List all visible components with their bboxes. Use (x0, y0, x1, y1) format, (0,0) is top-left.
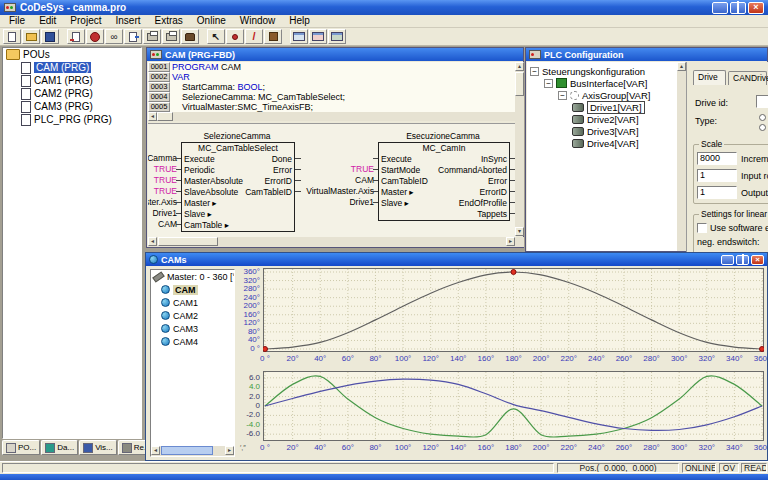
toolbar-load-download-button[interactable] (67, 29, 85, 44)
cam-list-item-cam4[interactable]: CAM4 (151, 335, 234, 348)
scroll-down-icon[interactable]: ▾ (515, 227, 524, 236)
scroll-thumb[interactable] (161, 446, 213, 455)
menu-window[interactable]: Window (233, 15, 283, 27)
toolbar-new-file-button[interactable] (3, 29, 21, 44)
toolbar-import-page-button[interactable] (124, 29, 142, 44)
type-radio-2[interactable] (759, 124, 766, 131)
plc-node-drive2[interactable]: Drive2[VAR] (527, 113, 677, 125)
plc-node-drive4[interactable]: Drive4[VAR] (527, 137, 677, 149)
toolbar-open-file-button[interactable] (22, 29, 40, 44)
scroll-thumb[interactable] (158, 237, 218, 246)
pou-root-folder[interactable]: POUs (3, 48, 141, 61)
plc-node-axisgroup[interactable]: −AxisGroup[VAR] (527, 89, 677, 101)
code-line[interactable]: 0004 SelezioneCamma: MC_CamTableSelect; (148, 92, 515, 102)
code-line[interactable]: 0002VAR (148, 72, 515, 82)
code-line[interactable]: 0005 VirtualMaster:SMC_TimeAxisFB; (148, 102, 515, 112)
cam-list-item-cam2[interactable]: CAM2 (151, 309, 234, 322)
pou-item-cam3[interactable]: CAM3 (PRG) (3, 100, 141, 113)
title-bar[interactable]: CoDeSys - camma.pro × (0, 0, 768, 15)
cams-window-titlebar[interactable]: CAMs × (146, 253, 767, 266)
pou-item-plc_prg[interactable]: PLC_PRG (PRG) (3, 113, 141, 126)
scroll-left-icon[interactable]: ◂ (148, 237, 157, 246)
menu-edit[interactable]: Edit (32, 15, 63, 27)
cam-position-chart[interactable] (263, 268, 764, 352)
fbd-horizontal-scrollbar[interactable]: ◂ ▸ (148, 237, 515, 247)
cam-velocity-acceleration-chart[interactable] (263, 371, 764, 441)
bottom-tab-vis[interactable]: Vis... (79, 440, 117, 455)
toolbar-watch-glasses-button[interactable]: ∞ (105, 29, 123, 44)
minimize-button[interactable] (721, 255, 734, 265)
cam-list-scrollbar[interactable]: ◂▸ (151, 446, 234, 456)
scale-value-input[interactable]: 1 (697, 169, 737, 182)
maximize-button[interactable] (736, 255, 749, 265)
toolbar-print-preview-button[interactable] (162, 29, 180, 44)
plc-node-businterface[interactable]: −BusInterface[VAR] (527, 77, 677, 89)
pou-item-cam1[interactable]: CAM1 (PRG) (3, 74, 141, 87)
menu-insert[interactable]: Insert (108, 15, 147, 27)
drive-tab-candrive[interactable]: CANDrive (728, 71, 767, 85)
scale-value-input[interactable]: 1 (697, 186, 737, 199)
close-button[interactable]: × (751, 255, 764, 265)
pou-item-cam2[interactable]: CAM2 (PRG) (3, 87, 141, 100)
toolbar-window-config-button[interactable] (328, 29, 346, 44)
plc-window-titlebar[interactable]: PLC Configuration (526, 48, 767, 61)
bottom-tab-da[interactable]: Da... (41, 440, 78, 455)
close-button[interactable]: × (748, 2, 764, 14)
function-block-mc_camtableselect[interactable]: MC_CamTableSelectExecuteDonePeriodicErro… (181, 142, 295, 232)
drive-tab-drive[interactable]: Drive (693, 70, 726, 85)
minimize-button[interactable] (712, 2, 728, 14)
toolbar-print-button[interactable] (143, 29, 161, 44)
toolbar-stop-disc-button[interactable] (86, 29, 104, 44)
menu-extras[interactable]: Extras (148, 15, 190, 27)
fbd-window-titlebar[interactable]: CAM (PRG-FBD) (147, 48, 523, 61)
cam-list-item-cam1[interactable]: CAM1 (151, 296, 234, 309)
declaration-editor[interactable]: 0001PROGRAM CAM0002VAR0003 StartCamma: B… (148, 62, 515, 112)
collapse-icon[interactable]: − (530, 67, 539, 76)
cam-point-marker[interactable] (263, 347, 268, 352)
cam-point-marker[interactable] (760, 347, 765, 352)
toolbar-save-button[interactable] (41, 29, 59, 44)
scroll-up-icon[interactable]: ▴ (677, 62, 686, 71)
plc-node-steuerungskonfiguration[interactable]: −Steuerungskonfiguration (527, 65, 677, 77)
scroll-thumb[interactable] (515, 72, 524, 96)
toolbar-fill-ink-button[interactable] (264, 29, 282, 44)
cam-point-marker[interactable] (511, 270, 516, 275)
fbd-vertical-scrollbar[interactable]: ▴ ▾ (515, 62, 524, 236)
restore-button[interactable] (730, 2, 746, 14)
scroll-right-icon[interactable]: ▸ (506, 237, 515, 246)
menu-project[interactable]: Project (63, 15, 108, 27)
toolbar-cursor-select-button[interactable]: ↖ (207, 29, 225, 44)
plc-tree-scrollbar[interactable]: ▴ (677, 62, 686, 251)
collapse-icon[interactable]: − (544, 79, 553, 88)
plc-node-drive1[interactable]: Drive1[VAR] (527, 101, 677, 113)
toolbar-window-online-button[interactable] (309, 29, 327, 44)
scroll-right-icon[interactable]: ▸ (225, 446, 234, 455)
plc-node-drive3[interactable]: Drive3[VAR] (527, 125, 677, 137)
scroll-left-icon[interactable]: ◂ (148, 112, 157, 121)
type-radio-1[interactable] (759, 114, 766, 121)
cam-list-item-cam3[interactable]: CAM3 (151, 322, 234, 335)
drive-id-input[interactable] (756, 95, 768, 108)
declaration-scrollbar[interactable]: ◂ (148, 112, 515, 121)
cam-list-item-cam[interactable]: CAM (151, 283, 234, 296)
cam-master-header[interactable]: Master: 0 - 360 [° (151, 270, 234, 283)
function-block-mc_camin[interactable]: MC_CamInExecuteInSyncStartModeCommandAbo… (378, 142, 510, 221)
toolbar-line-draw-button[interactable]: / (245, 29, 263, 44)
pou-item-cam[interactable]: CAM (PRG) (3, 61, 141, 74)
scroll-left-icon[interactable]: ◂ (151, 446, 160, 455)
scroll-thumb[interactable] (157, 112, 173, 121)
code-line[interactable]: 0001PROGRAM CAM (148, 62, 515, 72)
code-line[interactable]: 0003 StartCamma: BOOL; (148, 82, 515, 92)
software-endswitch-checkbox[interactable] (697, 223, 707, 233)
fbd-network-canvas[interactable]: SelezioneCammaMC_CamTableSelectExecuteDo… (148, 123, 516, 237)
toolbar-library-bag-button[interactable] (181, 29, 199, 44)
menu-help[interactable]: Help (282, 15, 317, 27)
toolbar-breakpoint-dot-button[interactable] (226, 29, 244, 44)
bottom-tab-po[interactable]: PO... (2, 440, 40, 455)
menu-file[interactable]: File (2, 15, 32, 27)
scroll-up-icon[interactable]: ▴ (515, 62, 524, 71)
scale-value-input[interactable]: 8000 (697, 152, 737, 165)
toolbar-window-editor-button[interactable] (290, 29, 308, 44)
collapse-icon[interactable]: − (558, 91, 567, 100)
menu-online[interactable]: Online (190, 15, 233, 27)
